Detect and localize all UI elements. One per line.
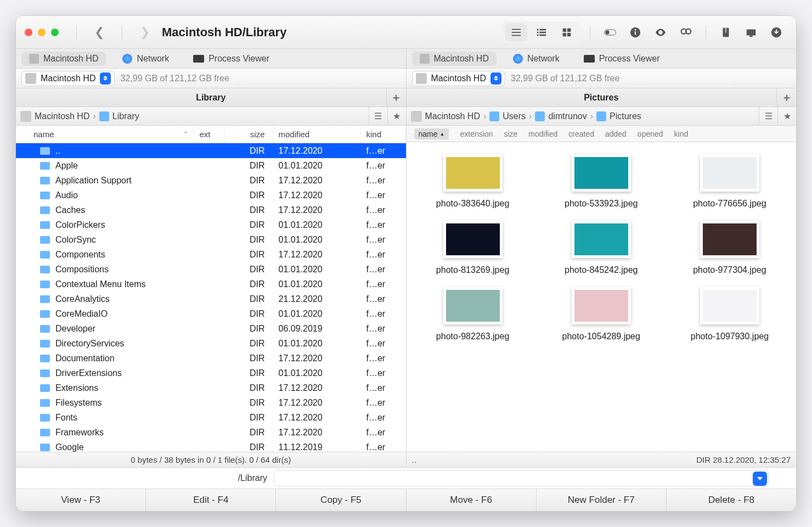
- table-row[interactable]: DirectoryServicesDIR01.01.2020f…er: [16, 336, 406, 351]
- file-name: ColorPickers: [55, 220, 105, 230]
- sort-column-size[interactable]: size: [504, 130, 517, 138]
- sort-column-extension[interactable]: extension: [460, 130, 493, 138]
- disk-selector[interactable]: Macintosh HD: [21, 71, 115, 86]
- sort-column-modified[interactable]: modified: [528, 130, 557, 138]
- file-item[interactable]: photo-533923.jpeg: [537, 149, 666, 215]
- table-row[interactable]: Contextual Menu ItemsDIR01.01.2020f…er: [16, 277, 406, 291]
- fn-button[interactable]: Edit - F4: [146, 489, 276, 511]
- breadcrumb-segment[interactable]: Pictures: [610, 111, 641, 121]
- file-kind: f…er: [361, 428, 406, 438]
- fn-button[interactable]: View - F3: [16, 489, 146, 511]
- col-name[interactable]: name⌃: [16, 126, 194, 143]
- file-item[interactable]: photo-982263.jpeg: [409, 282, 537, 348]
- info-button[interactable]: [624, 23, 646, 42]
- table-row[interactable]: AudioDIR17.12.2020f…er: [16, 188, 406, 203]
- file-item[interactable]: photo-383640.jpeg: [409, 149, 537, 215]
- table-row[interactable]: GoogleDIR11.12.2019f…er: [16, 440, 406, 452]
- table-row[interactable]: DocumentationDIR17.12.2020f…er: [16, 351, 406, 366]
- back-button[interactable]: ❮: [94, 25, 104, 40]
- fn-button[interactable]: Delete - F8: [667, 489, 796, 511]
- disk-icon: [411, 111, 422, 122]
- breadcrumb-segment[interactable]: Users: [503, 111, 526, 121]
- path-input[interactable]: [274, 470, 769, 486]
- location-tab[interactable]: Process Viewer: [576, 52, 668, 66]
- tabs-right: Macintosh HDNetworkProcess Viewer: [406, 49, 797, 68]
- folder-icon: [40, 236, 50, 244]
- new-tab-button[interactable]: ＋: [776, 88, 796, 106]
- col-modified[interactable]: modified: [273, 126, 361, 143]
- location-tab[interactable]: Process Viewer: [185, 52, 277, 66]
- file-label: photo-977304.jpeg: [693, 265, 766, 276]
- table-row[interactable]: ExtensionsDIR17.12.2020f…er: [16, 380, 406, 395]
- table-row[interactable]: ..DIR17.12.2020f…er: [16, 143, 406, 158]
- breadcrumb-segment[interactable]: dimtrunov: [548, 111, 587, 121]
- col-kind[interactable]: kind: [361, 126, 406, 143]
- sort-column-added[interactable]: added: [605, 130, 627, 138]
- path-dropdown-icon[interactable]: [753, 472, 767, 486]
- breadcrumb-segment[interactable]: Macintosh HD: [425, 111, 480, 121]
- icon-view[interactable]: photo-383640.jpegphoto-533923.jpegphoto-…: [407, 142, 797, 452]
- folder-icon: [40, 251, 50, 259]
- sort-column-created[interactable]: created: [568, 130, 594, 138]
- fn-button[interactable]: New Folder - F7: [537, 489, 667, 511]
- quicklook-button[interactable]: [650, 23, 672, 42]
- search-button[interactable]: [675, 23, 697, 42]
- table-row[interactable]: CachesDIR17.12.2020f…er: [16, 203, 406, 217]
- close-icon[interactable]: [25, 29, 32, 36]
- file-modified: 01.01.2020: [273, 235, 361, 245]
- location-tab[interactable]: Macintosh HD: [412, 52, 497, 66]
- tab-label: Macintosh HD: [434, 54, 489, 64]
- table-row[interactable]: FrameworksDIR17.12.2020f…er: [16, 425, 406, 440]
- col-ext[interactable]: ext: [194, 126, 225, 143]
- table-row[interactable]: FilesystemsDIR17.12.2020f…er: [16, 395, 406, 410]
- table-row[interactable]: AppleDIR01.01.2020f…er: [16, 158, 406, 173]
- file-kind: f…er: [361, 146, 406, 156]
- file-item[interactable]: photo-977304.jpeg: [666, 215, 794, 282]
- maximize-icon[interactable]: [51, 29, 59, 36]
- table-row[interactable]: ColorSyncDIR01.01.2020f…er: [16, 232, 406, 247]
- favorite-icon[interactable]: ★: [777, 107, 796, 125]
- table-row[interactable]: CompositionsDIR01.01.2020f…er: [16, 262, 406, 277]
- minimize-icon[interactable]: [38, 29, 46, 36]
- col-size[interactable]: size: [225, 126, 273, 143]
- table-row[interactable]: ColorPickersDIR01.01.2020f…er: [16, 217, 406, 232]
- fn-button[interactable]: Copy - F5: [276, 489, 406, 511]
- location-tab[interactable]: Network: [505, 52, 567, 66]
- file-item[interactable]: photo-813269.jpeg: [409, 215, 537, 282]
- table-row[interactable]: CoreAnalyticsDIR21.12.2020f…er: [16, 291, 406, 306]
- grid-view-button[interactable]: [556, 23, 578, 42]
- list-mode-icon[interactable]: ☰: [369, 107, 387, 125]
- breadcrumb-segment[interactable]: Library: [112, 111, 139, 121]
- file-item[interactable]: photo-776656.jpeg: [666, 149, 794, 215]
- table-row[interactable]: FontsDIR17.12.2020f…er: [16, 410, 406, 425]
- new-tab-button[interactable]: ＋: [386, 88, 406, 106]
- table-row[interactable]: Application SupportDIR17.12.2020f…er: [16, 173, 406, 188]
- file-modified: 17.12.2020: [273, 205, 361, 215]
- archive-button[interactable]: [715, 23, 737, 42]
- forward-button[interactable]: ❯: [140, 25, 150, 40]
- fn-button[interactable]: Move - F6: [407, 489, 537, 511]
- file-item[interactable]: photo-1054289.jpeg: [537, 282, 666, 348]
- table-row[interactable]: ComponentsDIR17.12.2020f…er: [16, 247, 406, 262]
- list-mode-icon[interactable]: ☰: [759, 107, 777, 125]
- column-view-button[interactable]: [531, 23, 552, 42]
- breadcrumb-segment[interactable]: Macintosh HD: [35, 111, 89, 121]
- file-item[interactable]: photo-1097930.jpeg: [666, 282, 794, 348]
- toggle-hidden-button[interactable]: [599, 23, 621, 42]
- table-row[interactable]: DeveloperDIR06.09.2019f…er: [16, 321, 406, 336]
- disk-selector[interactable]: Macintosh HD: [412, 71, 505, 86]
- sort-column-opened[interactable]: opened: [638, 130, 663, 138]
- share-button[interactable]: [740, 23, 762, 42]
- file-list[interactable]: ..DIR17.12.2020f…erAppleDIR01.01.2020f…e…: [16, 143, 406, 452]
- location-tab[interactable]: Network: [115, 52, 177, 66]
- sort-column-name[interactable]: name ▲: [414, 128, 449, 139]
- table-row[interactable]: DriverExtensionsDIR01.01.2020f…er: [16, 366, 406, 380]
- table-row[interactable]: CoreMediaIODIR01.01.2020f…er: [16, 306, 406, 321]
- location-tab[interactable]: Macintosh HD: [21, 52, 106, 66]
- download-button[interactable]: [765, 23, 787, 42]
- file-item[interactable]: photo-845242.jpeg: [537, 215, 666, 282]
- list-view-button[interactable]: [505, 23, 527, 42]
- file-size: DIR: [225, 383, 273, 393]
- sort-column-kind[interactable]: kind: [674, 130, 689, 138]
- favorite-icon[interactable]: ★: [387, 107, 406, 125]
